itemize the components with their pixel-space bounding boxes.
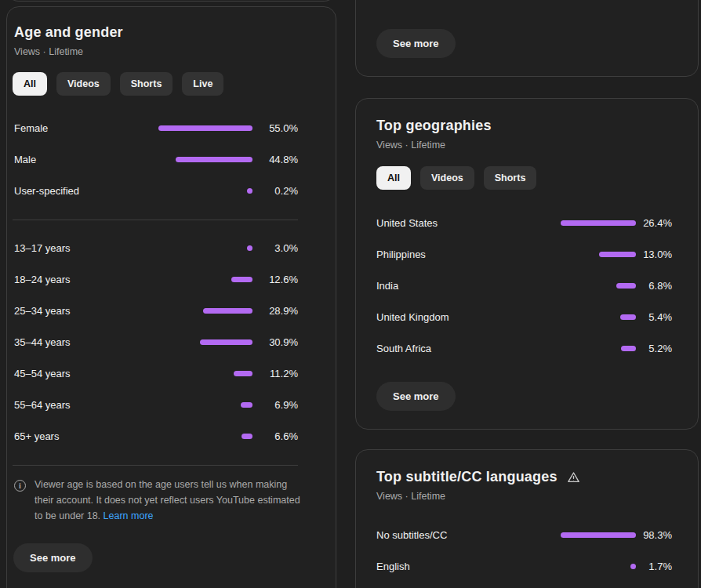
bar-area (561, 564, 636, 569)
stat-row: United States26.4% (376, 207, 672, 238)
stat-value: 26.4% (636, 217, 672, 229)
stat-bar (241, 402, 252, 408)
chip-all[interactable]: All (13, 72, 47, 96)
stat-row: India6.8% (376, 270, 672, 301)
stat-label: No subtitles/CC (376, 529, 561, 541)
stat-label: South Africa (376, 343, 561, 354)
subtitle-languages-card: Top subtitle/CC languages Views · Lifeti… (355, 449, 699, 588)
geographies-see-more-button[interactable]: See more (376, 382, 456, 411)
stat-row: No subtitles/CC98.3% (376, 519, 672, 550)
bar-area (158, 157, 252, 162)
top-geographies-card: Top geographies Views · Lifetime AllVide… (355, 98, 699, 430)
age-gender-card: Age and gender Views · Lifetime AllVideo… (6, 6, 336, 588)
stat-row: 35–44 years30.9% (14, 326, 298, 358)
stat-row: Philippines13.0% (376, 238, 672, 270)
stat-value: 5.4% (636, 311, 672, 323)
stat-row: 45–54 years11.2% (14, 358, 298, 389)
stat-value: 13.0% (636, 249, 672, 260)
bar-area (158, 402, 252, 408)
chip-shorts[interactable]: Shorts (120, 72, 173, 96)
age-stats-list: 13–17 years3.0%18–24 years12.6%25–34 yea… (14, 232, 298, 452)
stat-label: India (376, 280, 561, 292)
warning-triangle-icon (567, 471, 580, 484)
chip-videos[interactable]: Videos (420, 166, 474, 190)
subtitle-languages-title: Top subtitle/CC languages (376, 469, 672, 485)
geography-stats-list: United States26.4%Philippines13.0%India6… (376, 207, 672, 364)
stat-label: 65+ years (14, 430, 158, 442)
stat-bar (176, 157, 252, 162)
stat-bar (247, 188, 252, 194)
previous-card-bottom-edge (6, 0, 336, 2)
stat-label: 18–24 years (14, 274, 158, 285)
subtitle-languages-title-text: Top subtitle/CC languages (376, 469, 558, 485)
stat-row: User-specified0.2% (14, 175, 298, 206)
stat-bar (621, 346, 636, 351)
stat-bar (242, 434, 252, 439)
stat-value: 0.2% (252, 185, 298, 197)
viewer-age-footnote-text: Viewer age is based on the age users tel… (35, 477, 301, 524)
stat-bar (620, 314, 636, 320)
stat-bar (200, 339, 252, 345)
stat-value: 55.0% (252, 122, 298, 134)
chip-all[interactable]: All (376, 166, 411, 190)
stat-row: 13–17 years3.0% (14, 232, 298, 263)
stat-row: Female55.0% (14, 112, 298, 143)
bar-area (158, 188, 252, 194)
stat-bar (158, 125, 252, 131)
bar-area (561, 532, 636, 538)
info-icon: i (14, 480, 26, 492)
top-geographies-subtitle: Views · Lifetime (376, 140, 672, 151)
chip-shorts[interactable]: Shorts (484, 166, 537, 190)
bar-area (158, 434, 252, 439)
viewer-age-footnote: i Viewer age is based on the age users t… (14, 477, 312, 524)
stat-value: 30.9% (252, 336, 298, 348)
stat-bar (616, 283, 636, 289)
chip-live[interactable]: Live (182, 72, 223, 96)
divider (13, 220, 298, 220)
chip-videos[interactable]: Videos (56, 72, 111, 96)
age-gender-see-more-button[interactable]: See more (13, 543, 93, 572)
stat-bar (599, 252, 636, 257)
stat-value: 12.6% (252, 274, 298, 285)
stat-label: Philippines (376, 249, 561, 260)
stat-bar (561, 220, 636, 226)
bar-area (561, 252, 636, 257)
stat-row: 18–24 years12.6% (14, 263, 298, 295)
learn-more-link[interactable]: Learn more (104, 510, 154, 521)
stat-label: User-specified (14, 185, 158, 197)
bar-area (158, 245, 252, 251)
bar-area (158, 125, 252, 131)
stat-row: South Africa5.2% (376, 332, 672, 364)
stat-row: 55–64 years6.9% (14, 389, 298, 420)
divider (13, 465, 298, 466)
stat-bar (247, 245, 252, 251)
bar-area (561, 314, 636, 320)
stat-bar (231, 277, 252, 282)
top-right-see-more-button[interactable]: See more (376, 29, 456, 58)
gender-stats-list: Female55.0%Male44.8%User-specified0.2% (14, 112, 298, 206)
stat-label: 13–17 years (14, 242, 158, 254)
stat-label: 25–34 years (14, 305, 158, 317)
stat-bar (203, 308, 252, 314)
stat-bar (630, 564, 636, 569)
stat-label: United Kingdom (376, 311, 561, 323)
bar-area (561, 220, 636, 226)
stat-value: 5.2% (636, 343, 672, 354)
stat-label: Male (14, 154, 158, 165)
stat-value: 6.8% (636, 280, 672, 292)
bar-area (158, 371, 252, 376)
bar-area (561, 283, 636, 289)
stat-row: United Kingdom5.4% (376, 301, 672, 332)
stat-row: 65+ years6.6% (14, 420, 298, 452)
stat-label: 35–44 years (14, 336, 158, 348)
age-gender-subtitle: Views · Lifetime (14, 46, 336, 57)
stat-value: 3.0% (252, 242, 298, 254)
age-gender-title: Age and gender (14, 24, 336, 41)
stat-value: 44.8% (252, 154, 298, 165)
top-right-card: See more (355, 0, 699, 77)
stat-row: English1.7% (376, 550, 672, 582)
stat-row: Male44.8% (14, 143, 298, 175)
top-geographies-title: Top geographies (376, 118, 672, 134)
stat-label: 55–64 years (14, 399, 158, 411)
stat-label: Female (14, 122, 158, 134)
